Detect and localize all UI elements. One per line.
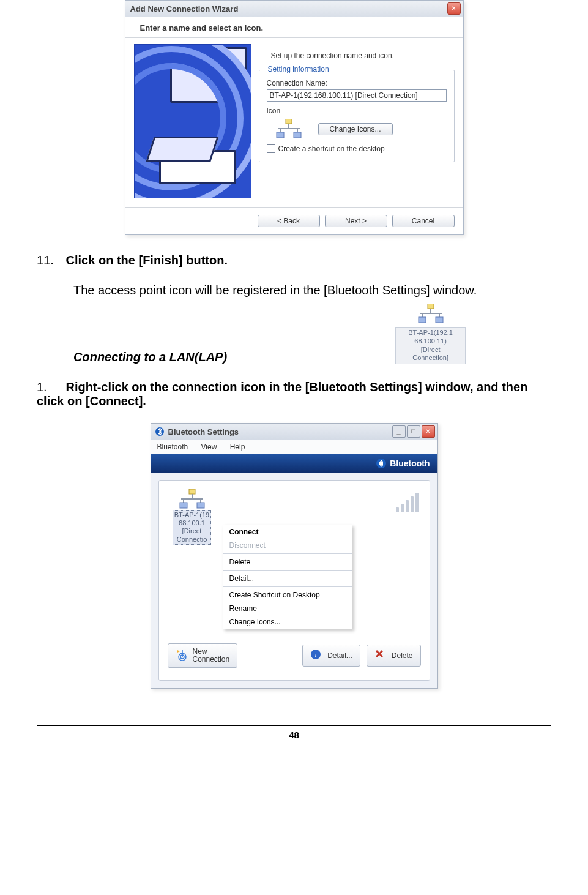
bluetooth-logo-icon	[376, 459, 386, 468]
step-number: 1.	[37, 380, 62, 394]
wizard-subtext: Set up the connection name and icon.	[259, 44, 455, 67]
registered-icon-label: BT-AP-1(192.1 68.100.11) [Direct Connect…	[395, 327, 466, 364]
bt-brand-text: Bluetooth	[390, 459, 430, 468]
menu-bluetooth[interactable]: Bluetooth	[157, 443, 188, 451]
svg-text:i: i	[315, 651, 317, 658]
wizard-title: Add New Connection Wizard	[130, 4, 239, 13]
network-icon	[275, 119, 302, 140]
section-subtitle: Connecting to a LAN(LAP)	[73, 350, 227, 364]
step-text: Right-click on the connection icon in th…	[37, 380, 527, 408]
bt-toolbar: New Connection i Detail...	[168, 637, 421, 668]
ctx-delete[interactable]: Delete	[223, 555, 352, 569]
bt-body: BT-AP-1(19 68.100.1 [Direct Connectio Co…	[158, 480, 430, 681]
connection-name-label: Connection Name:	[267, 79, 447, 88]
close-icon[interactable]: ×	[422, 425, 435, 438]
bt-brand-bar: Bluetooth	[151, 454, 437, 473]
svg-rect-13	[436, 317, 443, 323]
new-connection-icon	[176, 649, 189, 662]
close-icon[interactable]: ×	[447, 2, 461, 15]
svg-rect-20	[180, 503, 187, 508]
delete-button[interactable]: Delete	[367, 645, 421, 667]
detail-label: Detail...	[327, 651, 352, 660]
bt-titlebar: Bluetooth Settings _ □ ×	[151, 424, 437, 440]
ctx-connect[interactable]: Connect	[223, 525, 352, 539]
cancel-button[interactable]: Cancel	[392, 215, 455, 227]
change-icons-button[interactable]: Change Icons...	[318, 123, 393, 135]
next-button[interactable]: Next >	[325, 215, 387, 227]
back-button[interactable]: < Back	[258, 215, 320, 227]
wizard-subhead: Enter a name and select an icon.	[125, 17, 463, 38]
step-11: 11. Click on the [Finish] button.	[37, 253, 551, 268]
context-menu: Connect Disconnect Delete Detail... Crea…	[223, 525, 352, 629]
menu-help[interactable]: Help	[230, 443, 245, 451]
connection-icon[interactable]: BT-AP-1(19 68.100.1 [Direct Connectio	[168, 489, 217, 545]
step-number: 11.	[37, 253, 62, 268]
fieldset-legend: Setting information	[266, 65, 332, 73]
bt-app-icon	[155, 427, 165, 436]
new-connection-label: New Connection	[193, 648, 230, 664]
wizard-titlebar: Add New Connection Wizard ×	[125, 1, 463, 17]
shortcut-checkbox[interactable]	[267, 144, 275, 153]
ctx-change-icons[interactable]: Change Icons...	[223, 615, 352, 629]
connection-label: BT-AP-1(19 68.100.1 [Direct Connectio	[173, 510, 211, 545]
ctx-disconnect: Disconnect	[223, 539, 352, 552]
svg-marker-25	[177, 650, 180, 653]
step-11-desc: The access point icon will be registered…	[73, 283, 551, 298]
detail-button[interactable]: i Detail...	[302, 645, 360, 667]
ctx-shortcut[interactable]: Create Shortcut on Desktop	[223, 588, 352, 602]
icon-label: Icon	[267, 107, 447, 115]
delete-icon	[374, 649, 388, 662]
signal-strength-icon	[396, 493, 419, 512]
registered-icon-card: BT-AP-1(192.1 68.100.11) [Direct Connect…	[395, 304, 466, 364]
info-icon: i	[310, 649, 324, 662]
wizard-settings: Set up the connection name and icon. Set…	[259, 44, 455, 198]
page-number: 48	[37, 730, 551, 740]
new-connection-button[interactable]: New Connection	[168, 643, 238, 668]
svg-rect-0	[286, 119, 292, 124]
minimize-icon[interactable]: _	[392, 425, 406, 438]
ctx-detail[interactable]: Detail...	[223, 572, 352, 585]
svg-rect-5	[277, 132, 284, 138]
wizard-footer: < Back Next > Cancel	[125, 207, 463, 234]
page-rule	[37, 725, 551, 726]
svg-rect-12	[419, 317, 426, 323]
ctx-rename[interactable]: Rename	[223, 602, 352, 615]
delete-label: Delete	[392, 651, 413, 660]
bluetooth-settings-window: Bluetooth Settings _ □ × Bluetooth View …	[151, 423, 438, 689]
bt-menubar: Bluetooth View Help	[151, 440, 437, 454]
step-1: 1. Right-click on the connection icon in…	[37, 380, 551, 408]
wizard-window: Add New Connection Wizard × Enter a name…	[125, 0, 464, 235]
shortcut-label: Create a shortcut on the desktop	[278, 144, 385, 153]
setting-information-group: Setting information Connection Name: Ico…	[259, 70, 455, 162]
menu-view[interactable]: View	[201, 443, 217, 451]
svg-rect-7	[428, 304, 434, 309]
connection-name-input[interactable]	[267, 89, 447, 102]
svg-rect-21	[197, 503, 204, 508]
svg-rect-15	[189, 489, 195, 494]
svg-rect-6	[294, 132, 301, 138]
wizard-illustration	[134, 44, 251, 198]
bt-title: Bluetooth Settings	[168, 427, 239, 436]
step-text: Click on the [Finish] button.	[66, 253, 228, 267]
maximize-icon[interactable]: □	[407, 425, 420, 438]
